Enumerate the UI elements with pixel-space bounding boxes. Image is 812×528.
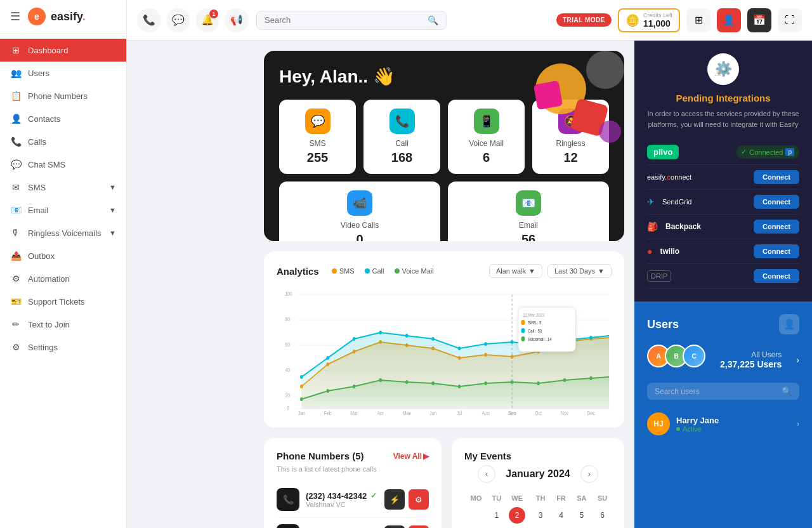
call-stat-icon: 📞	[390, 109, 415, 134]
user-filter-label: Alan walk	[496, 267, 526, 275]
analytics-card: Analytics SMS Call Voice Mail	[264, 251, 624, 428]
svg-point-51	[379, 378, 382, 382]
svg-point-48	[300, 397, 303, 401]
twilio-connect-button[interactable]: Connect	[754, 244, 799, 258]
svg-text:SMS : 3: SMS : 3	[528, 320, 541, 326]
cal-day-6[interactable]: 6	[593, 505, 612, 526]
credits-button[interactable]: 🪙 Credits Left 11,000	[618, 8, 680, 32]
sendgrid-connect-button[interactable]: Connect	[754, 195, 799, 209]
users-panel-header: Users 👤	[647, 314, 799, 334]
sms-stat-icon: 💬	[305, 109, 331, 134]
expand-icon-button[interactable]: ⛶	[778, 8, 802, 32]
topbar-right: TRIAL MODE 🪙 Credits Left 11,000 ⊞ 👤 📅 ⛶	[556, 8, 802, 32]
phone-numbers-card: Phone Numbers (5) View All ▶ This is a l…	[264, 438, 442, 528]
analytics-header: Analytics SMS Call Voice Mail	[277, 264, 612, 278]
sidebar-item-outbox[interactable]: 📤 Outbox	[0, 244, 126, 267]
integration-drip: DRIP Connect	[647, 264, 799, 289]
cal-day-4[interactable]: 4	[553, 505, 570, 526]
user-list-item-harry[interactable]: HJ Harry Jane Active ›	[647, 407, 799, 440]
user-filter-button[interactable]: Alan walk ▼	[489, 264, 542, 278]
arrow-right-icon: ▶	[423, 452, 429, 461]
email-stat-icon: 📧	[516, 190, 541, 216]
integrations-warning-icon: ⚙️ ⚠	[707, 53, 739, 85]
sidebar-item-calls[interactable]: 📞 Calls	[0, 130, 126, 153]
search-input[interactable]	[265, 15, 422, 25]
easify-logo: easify.connect	[647, 173, 691, 181]
cal-day-2[interactable]: 2	[506, 505, 529, 526]
svg-point-65	[521, 328, 525, 333]
cal-header-tu: TU	[488, 492, 506, 505]
period-filter-button[interactable]: Last 30 Days ▼	[547, 264, 612, 278]
hamburger-icon[interactable]: ☰	[10, 10, 20, 23]
svg-text:Mar: Mar	[350, 410, 358, 415]
stat-card-email[interactable]: 📧 Email 56	[448, 182, 609, 241]
sidebar-item-dashboard[interactable]: ⊞ Dashboard	[0, 39, 126, 62]
cal-day-1[interactable]: 1	[488, 505, 506, 526]
easify-connect-button[interactable]: Connect	[754, 170, 799, 184]
legend-dot-call	[365, 268, 370, 274]
speaker-icon-button[interactable]: 📢	[225, 8, 249, 32]
sidebar-item-email[interactable]: 📧 Email ▼	[0, 199, 126, 221]
cal-day-3[interactable]: 3	[529, 505, 553, 526]
calendar-icon-button[interactable]: 📅	[747, 8, 771, 32]
stat-card-voicemail[interactable]: 📱 Voice Mail 6	[448, 100, 525, 174]
share-button-1[interactable]: ⚡	[384, 489, 405, 510]
call-icon-button[interactable]: 📞	[137, 8, 161, 32]
backpack-connect-button[interactable]: Connect	[754, 220, 799, 234]
chevron-down-icon-email: ▼	[109, 206, 116, 214]
stat-card-ringless[interactable]: 🔕 Ringless 12	[532, 100, 609, 174]
chat-icon-button[interactable]: 💬	[166, 8, 190, 32]
calendar-prev-button[interactable]: ‹	[478, 465, 495, 483]
sidebar-item-ringless[interactable]: 🎙 Ringless Voicemails ▼	[0, 221, 126, 244]
sidebar-label-chatsms: Chat SMS	[28, 160, 65, 169]
grid-icon-button[interactable]: ⊞	[686, 8, 710, 32]
integrations-desc: In order to access the services provided…	[647, 109, 799, 129]
users-arrow-icon[interactable]: ›	[796, 355, 799, 365]
notification-badge: 1	[209, 10, 218, 18]
integration-twilio: ● twilio Connect	[647, 239, 799, 264]
settings-button-2[interactable]: ⚙	[409, 525, 429, 528]
sidebar-item-chat-sms[interactable]: 💬 Chat SMS	[0, 153, 126, 176]
notification-icon-button[interactable]: 🔔 1	[195, 8, 219, 32]
drip-connect-button[interactable]: Connect	[754, 269, 799, 283]
sidebar-item-support[interactable]: 🎫 Support Tickets	[0, 290, 126, 313]
svg-point-63	[521, 320, 525, 325]
legend-voicemail: Voice Mail	[395, 267, 434, 275]
stat-card-call[interactable]: 📞 Call 168	[363, 100, 440, 174]
svg-point-43	[484, 342, 487, 346]
main-nav: ⊞ Dashboard 👥 Users 📋 Phone Numbers 👤 Co…	[0, 34, 126, 528]
svg-text:Jul: Jul	[457, 410, 462, 415]
drip-logo-text: DRIP	[647, 270, 671, 282]
plivo-connected-status: ✓ Connected p	[736, 145, 799, 159]
sidebar-label-email: Email	[28, 206, 49, 215]
twilio-logo-text: twilio	[660, 247, 679, 256]
settings-button-1[interactable]: ⚙	[409, 489, 429, 510]
textjoin-icon: ✏	[10, 319, 22, 329]
calendar-next-button[interactable]: ›	[580, 465, 598, 483]
search-users-icon: 🔍	[782, 386, 792, 396]
view-all-link[interactable]: View All ▶	[393, 452, 429, 461]
stat-card-video[interactable]: 📹 Video Calls 0	[279, 182, 440, 241]
sidebar-item-users[interactable]: 👥 Users	[0, 62, 126, 84]
user-status-label: Active	[683, 425, 702, 433]
sidebar-item-settings[interactable]: ⚙ Settings	[0, 336, 126, 359]
logo-area: ☰ e easify.	[0, 0, 126, 34]
sidebar-item-contacts[interactable]: 👤 Contacts	[0, 107, 126, 130]
sidebar-item-textjoin[interactable]: ✏ Text to Join	[0, 313, 126, 336]
cal-header-sa: SA	[570, 492, 593, 505]
cal-header-fr: FR	[553, 492, 570, 505]
calendar-grid: MO TU WE TH FR SA SU 1 2	[464, 492, 612, 528]
user-icon-button[interactable]: 👤	[717, 8, 741, 32]
credits-value: 11,000	[643, 18, 672, 29]
stat-card-sms[interactable]: 💬 SMS 255	[279, 100, 356, 174]
search-users-input[interactable]	[655, 387, 776, 396]
sidebar-item-sms[interactable]: ✉ SMS ▼	[0, 176, 126, 199]
user-avatar-3: C	[683, 345, 705, 367]
users-panel-icon: 👤	[779, 314, 799, 334]
share-button-2[interactable]: ⚡	[384, 525, 405, 528]
sidebar-item-automation[interactable]: ⚙ Automation	[0, 267, 126, 290]
cal-day-5[interactable]: 5	[570, 505, 593, 526]
legend-label-vm: Voice Mail	[402, 267, 434, 275]
trial-mode-button[interactable]: TRIAL MODE	[556, 13, 612, 27]
sidebar-item-phone-numbers[interactable]: 📋 Phone Numbers	[0, 84, 126, 107]
